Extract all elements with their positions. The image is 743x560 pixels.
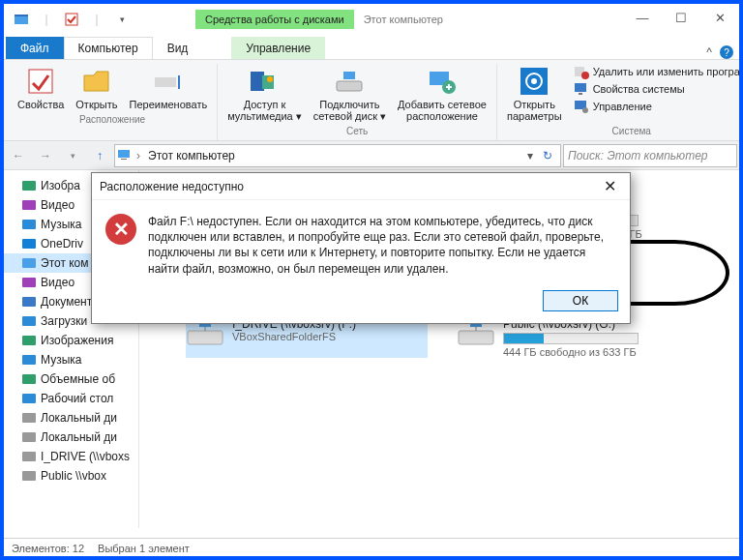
svg-rect-24: [22, 181, 36, 191]
ribbon-tabs: Файл Компьютер Вид Управление ^?: [4, 35, 739, 60]
pic-icon: [21, 178, 37, 193]
doc-icon: [21, 294, 37, 309]
svg-rect-1: [15, 15, 28, 16]
nav-up-button[interactable]: ↑: [87, 144, 112, 167]
tree-item[interactable]: Локальный ди: [4, 427, 138, 447]
svg-rect-30: [22, 297, 36, 307]
manage-button[interactable]: Управление: [574, 99, 743, 114]
status-bar: Элементов: 12 Выбран 1 элемент: [4, 538, 739, 557]
drive-free: VBoxSharedFolderFS: [232, 331, 356, 342]
search-input[interactable]: Поиск: Этот компьютер: [563, 144, 737, 167]
nav-back-button[interactable]: ←: [6, 144, 31, 167]
svg-rect-23: [121, 159, 127, 160]
drv-icon: [21, 410, 37, 426]
system-properties-button[interactable]: Свойства системы: [574, 81, 743, 97]
svg-rect-31: [22, 316, 36, 326]
breadcrumb[interactable]: Этот компьютер: [144, 149, 239, 162]
vid-icon: [21, 197, 37, 213]
svg-rect-27: [22, 239, 36, 249]
group-system-label: Система: [612, 124, 651, 138]
svg-rect-9: [337, 81, 362, 91]
ok-button[interactable]: ОК: [543, 290, 618, 311]
nav-forward-button[interactable]: →: [33, 144, 58, 167]
tree-item-label: Этот ком: [41, 256, 89, 270]
nav-history-button[interactable]: ▾: [60, 144, 85, 167]
svg-rect-38: [22, 452, 36, 461]
minimize-button[interactable]: —: [623, 4, 662, 31]
collapse-ribbon-icon[interactable]: ^: [706, 45, 712, 59]
media-access-button[interactable]: Доступ к мультимедиа ▾: [223, 64, 306, 124]
tree-item-label: Public \\vbox: [41, 469, 106, 483]
add-net-location-button[interactable]: Добавить сетевое расположение: [394, 64, 490, 124]
open-button[interactable]: Открыть: [72, 64, 121, 112]
uninstall-button[interactable]: Удалить или изменить программу: [574, 64, 743, 79]
titlebar: | | ▾ Средства работы с дисками Этот ком…: [4, 4, 739, 35]
svg-point-21: [582, 107, 588, 113]
tree-item[interactable]: Изображения: [4, 331, 138, 350]
tree-item[interactable]: Локальный ди: [4, 408, 138, 427]
group-location-label: Расположение: [79, 112, 145, 127]
status-item-count: Элементов: 12: [12, 543, 84, 554]
tree-item-label: Локальный ди: [41, 430, 117, 444]
drive-free: 444 ГБ свободно из 633 ГБ: [503, 346, 639, 358]
svg-point-8: [267, 76, 273, 82]
group-network-label: Сеть: [346, 124, 368, 138]
tree-item-label: Объемные об: [41, 372, 115, 386]
map-drive-button[interactable]: Подключить сетевой диск ▾: [310, 64, 390, 124]
vid-icon: [21, 275, 37, 290]
tab-file[interactable]: Файл: [6, 37, 64, 59]
svg-rect-22: [118, 150, 130, 158]
mus-icon: [21, 352, 37, 368]
app-icon: [10, 8, 33, 31]
tree-item-label: Локальный ди: [41, 411, 117, 425]
net-icon: [21, 468, 37, 484]
address-bar[interactable]: › Этот компьютер ▾↻: [114, 144, 561, 167]
close-button[interactable]: ✕: [700, 4, 739, 31]
status-selection: Выбран 1 элемент: [98, 543, 190, 554]
tree-item-label: Музыка: [41, 218, 81, 231]
svg-rect-19: [579, 93, 582, 95]
cube-icon: [21, 371, 37, 387]
window-title: Этот компьютер: [364, 14, 443, 25]
tab-computer[interactable]: Компьютер: [64, 37, 153, 59]
svg-rect-46: [188, 331, 223, 344]
svg-point-17: [581, 72, 589, 79]
rename-button[interactable]: Переименовать: [126, 64, 212, 112]
address-drop-icon[interactable]: ▾: [523, 149, 537, 162]
open-params-button[interactable]: Открыть параметры: [503, 64, 566, 124]
ribbon: Свойства Открыть Переименовать Расположе…: [4, 60, 739, 141]
tree-item[interactable]: Музыка: [4, 350, 138, 369]
svg-rect-28: [22, 258, 36, 268]
svg-rect-18: [575, 83, 586, 92]
help-icon[interactable]: ?: [720, 45, 733, 59]
svg-rect-29: [22, 278, 36, 287]
dialog-close-button[interactable]: ✕: [598, 177, 622, 195]
tree-item-label: OneDriv: [41, 237, 83, 251]
tree-item[interactable]: Public \\vbox: [4, 466, 138, 486]
tree-item-label: Видео: [41, 198, 74, 212]
svg-rect-2: [66, 14, 77, 25]
svg-rect-39: [22, 471, 36, 481]
refresh-icon[interactable]: ↻: [537, 149, 558, 162]
tree-item-label: Изображения: [41, 334, 113, 347]
maximize-button[interactable]: ☐: [662, 4, 700, 31]
dl-icon: [21, 313, 37, 329]
tree-item-label: I_DRIVE (\\vboxs: [41, 450, 130, 463]
tree-item-label: Рабочий стол: [41, 392, 113, 405]
svg-rect-36: [22, 413, 36, 423]
tab-view[interactable]: Вид: [153, 37, 203, 59]
tree-item-label: Видео: [41, 276, 74, 289]
properties-button[interactable]: Свойства: [14, 64, 68, 112]
tree-item-label: Изобра: [41, 179, 80, 192]
svg-rect-37: [22, 432, 36, 442]
svg-rect-3: [29, 70, 52, 93]
dialog-message: Файл F:\ недоступен. Если он находится н…: [148, 214, 616, 277]
svg-rect-26: [22, 220, 36, 229]
tree-item[interactable]: Рабочий стол: [4, 389, 138, 408]
tree-item[interactable]: Объемные об: [4, 369, 138, 389]
qat-props-icon[interactable]: [60, 8, 83, 31]
svg-rect-49: [459, 331, 493, 344]
qat-dropdown-icon[interactable]: ▾: [110, 8, 134, 31]
tree-item[interactable]: I_DRIVE (\\vboxs: [4, 447, 138, 466]
tab-manage[interactable]: Управление: [231, 37, 325, 59]
